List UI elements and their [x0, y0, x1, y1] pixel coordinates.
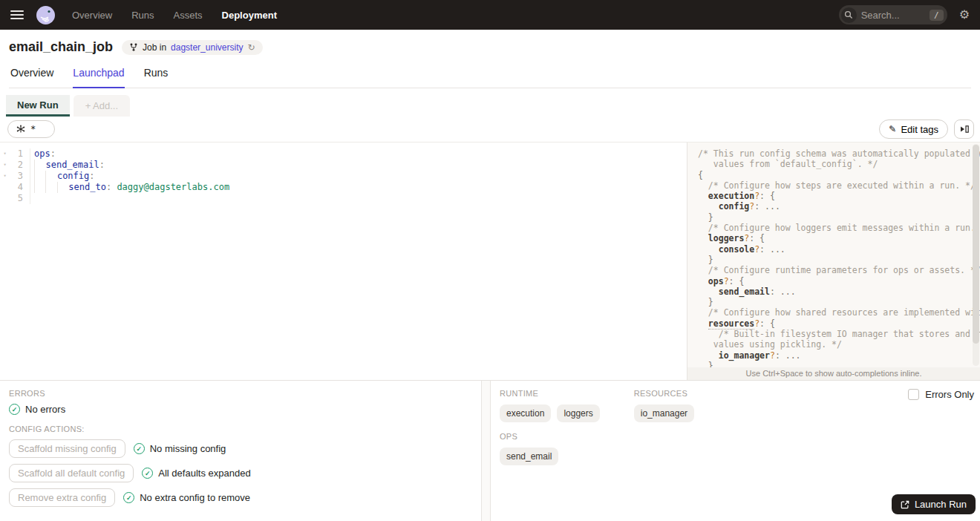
launchpad-run-tabs: New Run + Add...: [0, 95, 980, 117]
editor-line[interactable]: ▾3 config:: [0, 171, 687, 182]
config-action-status-text: No extra config to remove: [140, 492, 250, 503]
line-number: 2: [10, 160, 30, 171]
job-fork-icon: [129, 42, 138, 52]
bottom-panel: ERRORS ✓ No errors CONFIG ACTIONS: Scaff…: [0, 380, 980, 521]
editor-line[interactable]: ▾1ops:: [0, 148, 687, 160]
editor-code: send_email:: [30, 160, 687, 171]
launch-icon: [901, 500, 909, 509]
schema-line: }: [698, 255, 973, 265]
runtime-group: RUNTIME executionloggers: [500, 389, 600, 422]
search-shortcut-key: /: [930, 10, 944, 21]
pencil-icon: ✎: [889, 124, 896, 134]
runtime-label: RUNTIME: [500, 389, 600, 398]
fold-gutter-icon[interactable]: ▾: [0, 171, 10, 182]
config-schema-panel: /* This run config schema was automatica…: [687, 142, 980, 380]
job-tabs: OverviewLaunchpadRuns: [9, 67, 971, 88]
autocomplete-hint: Use Ctrl+Space to show auto-completions …: [687, 367, 980, 380]
schema-line: /* This run config schema was automatica…: [698, 148, 973, 159]
errors-only-toggle: Errors Only: [908, 389, 974, 400]
hamburger-menu-icon[interactable]: [10, 10, 24, 19]
fold-gutter-icon[interactable]: ▾: [0, 160, 10, 171]
page-title: email_chain_job: [9, 39, 113, 55]
search-input[interactable]: Search... /: [839, 5, 947, 24]
resources-label: RESOURCES: [634, 389, 694, 398]
tab-runs[interactable]: Runs: [144, 67, 169, 88]
errors-only-checkbox[interactable]: [908, 389, 919, 400]
dagster-logo[interactable]: [36, 5, 56, 25]
schema-line: values from `default_config`. */: [698, 159, 973, 169]
config-action-button[interactable]: Remove extra config: [9, 488, 115, 507]
fold-gutter-icon[interactable]: ▾: [0, 148, 10, 160]
schema-line: /* Configure how shared resources are im…: [698, 307, 973, 318]
editor-line[interactable]: 4 send_to: daggy@dagsterlabs.com: [0, 182, 687, 193]
schema-line: config?: ...: [698, 201, 973, 212]
ops-group: OPS send_email: [500, 432, 971, 465]
errors-and-actions-panel: ERRORS ✓ No errors CONFIG ACTIONS: Scaff…: [0, 381, 481, 521]
editor-code: send_to: daggy@dagsterlabs.com: [30, 182, 687, 193]
schema-line: values using pickling. */: [698, 339, 973, 350]
check-circle-icon: ✓: [134, 443, 145, 454]
config-section-tag[interactable]: io_manager: [634, 404, 694, 422]
schema-line: ops?: {: [698, 276, 973, 286]
settings-gear-icon[interactable]: ⚙: [959, 9, 970, 21]
config-editor[interactable]: ▾1ops:▾2 send_email:▾3 config:4 send_to:…: [0, 142, 687, 380]
config-action-button[interactable]: Scaffold all default config: [9, 464, 134, 482]
editor-line[interactable]: 5: [0, 193, 687, 204]
nav-item-runs[interactable]: Runs: [131, 10, 154, 21]
tab-new-run[interactable]: New Run: [6, 95, 70, 117]
config-action-row: Scaffold missing config✓No missing confi…: [9, 439, 472, 458]
config-actions: Scaffold missing config✓No missing confi…: [9, 439, 472, 507]
schema-line: console?: ...: [698, 244, 973, 255]
refresh-icon[interactable]: ↻: [247, 42, 255, 53]
nav-item-assets[interactable]: Assets: [174, 10, 203, 21]
edit-tags-button[interactable]: ✎ Edit tags: [879, 119, 948, 139]
op-selector-input[interactable]: *: [7, 120, 55, 138]
check-circle-icon: ✓: [9, 404, 20, 415]
no-errors-text: No errors: [25, 404, 65, 415]
config-action-row: Remove extra config✓No extra config to r…: [9, 488, 472, 507]
editor-line[interactable]: ▾2 send_email:: [0, 160, 687, 171]
toggle-schema-panel-button[interactable]: [954, 119, 974, 139]
config-action-status: ✓No missing config: [134, 443, 226, 454]
nav-item-deployment[interactable]: Deployment: [222, 10, 277, 21]
config-actions-label: CONFIG ACTIONS:: [9, 425, 472, 433]
no-errors-status: ✓ No errors: [9, 404, 472, 415]
line-number: 4: [10, 182, 30, 193]
panel-toggle-icon: [959, 124, 970, 134]
job-location-badge: Job in dagster_university ↻: [122, 40, 262, 55]
config-action-row: Scaffold all default config✓All defaults…: [9, 464, 472, 482]
fold-gutter-icon: [0, 193, 10, 204]
schema-line: }: [698, 212, 973, 223]
nav-item-overview[interactable]: Overview: [72, 10, 112, 21]
repo-link[interactable]: dagster_university: [171, 42, 243, 53]
config-action-status-text: All defaults expanded: [158, 468, 250, 479]
config-section-tag[interactable]: loggers: [557, 404, 599, 422]
panel-divider: [481, 381, 491, 521]
schema-line: send_email: ...: [698, 286, 973, 297]
schema-line: io_manager?: ...: [698, 350, 973, 361]
config-action-button[interactable]: Scaffold missing config: [9, 439, 125, 458]
launch-run-label: Launch Run: [915, 499, 967, 510]
config-section-tag[interactable]: send_email: [500, 448, 558, 465]
page-header: email_chain_job Job in dagster_universit…: [0, 30, 980, 88]
op-selector-value: *: [30, 124, 36, 134]
job-badge-prefix: Job in: [143, 42, 166, 53]
tab-launchpad[interactable]: Launchpad: [73, 67, 124, 88]
schema-line: {: [698, 170, 973, 180]
launchpad-toolbar: * ✎ Edit tags: [0, 117, 980, 142]
errors-only-label: Errors Only: [925, 389, 974, 400]
editor-split: ▾1ops:▾2 send_email:▾3 config:4 send_to:…: [0, 142, 980, 380]
launch-run-button[interactable]: Launch Run: [892, 494, 976, 514]
line-number: 3: [10, 171, 30, 182]
add-run-config-tab[interactable]: + Add...: [74, 95, 130, 117]
schema-line: /* Configure how loggers emit messages w…: [698, 223, 973, 233]
dagster-app: OverviewRunsAssetsDeployment Search... /…: [0, 0, 980, 521]
editor-code: ops:: [30, 148, 687, 160]
resources-group: RESOURCES io_manager: [634, 389, 694, 422]
check-circle-icon: ✓: [123, 492, 134, 503]
config-section-tag[interactable]: execution: [500, 404, 551, 422]
config-action-status: ✓All defaults expanded: [142, 468, 250, 479]
tab-overview[interactable]: Overview: [10, 67, 53, 88]
schema-scrollbar-thumb[interactable]: [973, 145, 979, 344]
line-number: 1: [10, 148, 30, 160]
